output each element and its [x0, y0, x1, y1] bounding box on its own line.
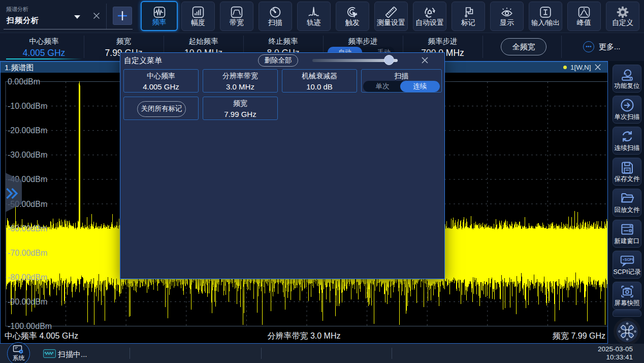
svg-text:-10.00dBm: -10.00dBm: [8, 102, 47, 110]
svg-text:-20.00dBm: -20.00dBm: [8, 126, 47, 135]
svg-text:-60.00dBm: -60.00dBm: [8, 224, 47, 233]
svg-text:-100.00dBm: -100.00dBm: [8, 322, 52, 330]
svg-text:SCPI: SCPI: [624, 257, 633, 262]
svg-text:-80.00dBm: -80.00dBm: [8, 273, 47, 282]
svg-text:-70.00dBm: -70.00dBm: [8, 249, 47, 257]
svg-text:-90.00dBm: -90.00dBm: [8, 297, 47, 306]
svg-text:-30.00dBm: -30.00dBm: [8, 150, 47, 159]
svg-text:0.00dBm: 0.00dBm: [8, 77, 40, 86]
